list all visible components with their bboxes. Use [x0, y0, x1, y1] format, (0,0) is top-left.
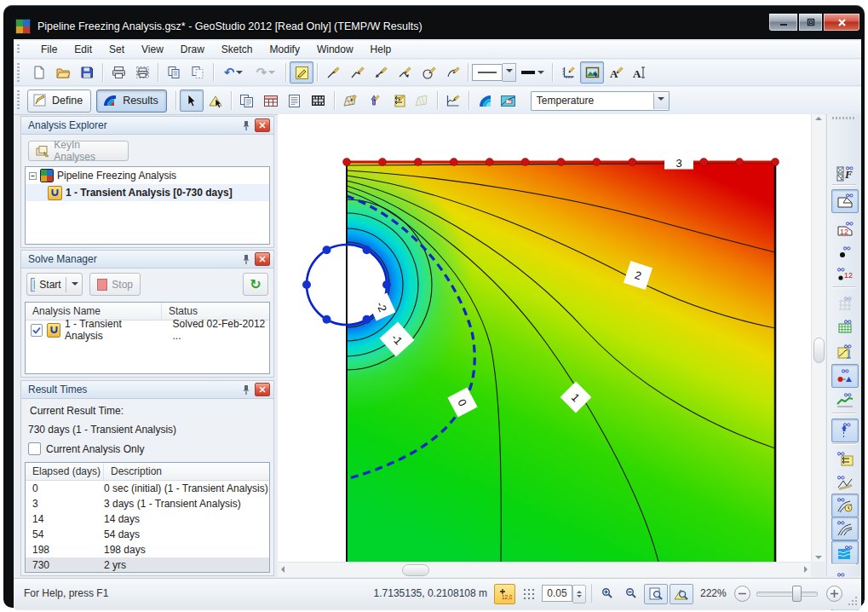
view-node-numbers-button[interactable]: 12	[831, 263, 859, 286]
open-file-button[interactable]	[51, 61, 75, 84]
menu-sketch[interactable]: Sketch	[213, 42, 262, 57]
keyin-analyses-button[interactable]: KeyIn Analyses	[28, 141, 129, 161]
zoom-slider-minus[interactable]	[734, 586, 750, 602]
undo-button[interactable]: ↶	[217, 61, 250, 84]
solve-table-row[interactable]: 1 - Transient Analysis Solved 02-Feb-201…	[26, 320, 269, 339]
result-time-row[interactable]: 198198 days	[26, 542, 269, 557]
line-weight-dropdown[interactable]	[516, 61, 549, 84]
tree-node-root[interactable]: Pipeline Freezing Analysis	[26, 167, 269, 184]
view-regions-button[interactable]	[831, 189, 859, 213]
contour-labels-button[interactable]: -79	[497, 89, 520, 112]
contours-button[interactable]	[473, 89, 497, 112]
scroll-left-arrow[interactable]	[281, 566, 285, 573]
resize-grip[interactable]	[848, 596, 858, 606]
view-mesh-button[interactable]	[831, 292, 859, 315]
zoom-objects-button[interactable]	[670, 584, 693, 604]
view-object-info-button[interactable]: F	[831, 162, 859, 186]
zoom-page-button[interactable]	[644, 584, 668, 604]
view-boundary-conditions-button[interactable]	[831, 364, 859, 388]
toolbar-gripper[interactable]	[17, 44, 20, 55]
result-time-row[interactable]: 33 days (1 - Transient Analysis)	[26, 496, 269, 511]
result-time-row[interactable]: 1414 days	[26, 511, 269, 527]
pin-icon[interactable]	[241, 384, 251, 395]
sketch-arrow-line-button[interactable]	[369, 61, 393, 84]
coordinate-display-toggle[interactable]: 12,0	[494, 584, 515, 604]
close-button[interactable]	[823, 14, 860, 32]
result-time-row-selected[interactable]: 7302 yrs	[26, 557, 269, 573]
tree-node-analysis[interactable]: 1 - Transient Analysis [0-730 days]	[26, 184, 269, 201]
title-bar[interactable]: Pipeline Freezing Analysis.gsz* - GeoStu…	[15, 15, 765, 38]
vertical-scroll-thumb[interactable]	[813, 338, 825, 363]
result-time-row[interactable]: 5454 days	[26, 527, 269, 542]
results-button[interactable]: Results	[96, 89, 167, 113]
toolbar-gripper[interactable]	[17, 63, 20, 82]
copy-table-button[interactable]	[259, 89, 283, 112]
menu-draw[interactable]: Draw	[172, 42, 213, 57]
menu-modify[interactable]: Modify	[262, 42, 308, 57]
zoom-in-button[interactable]	[596, 584, 619, 604]
report-button[interactable]	[283, 89, 307, 112]
view-water-table-button[interactable]	[831, 540, 859, 564]
mesh-button[interactable]	[338, 89, 362, 112]
toolbar-gripper[interactable]	[17, 90, 20, 111]
view-flow-paths-button[interactable]	[831, 517, 859, 540]
format-painter-button[interactable]	[290, 61, 313, 84]
define-button[interactable]: Define	[27, 89, 91, 113]
drawing-canvas[interactable]: 3 2 1 0 -1 -2	[278, 114, 811, 562]
regions-button[interactable]	[410, 89, 434, 112]
horizontal-scrollbar[interactable]	[278, 562, 811, 577]
parameter-dropdown[interactable]: Temperature	[531, 91, 670, 111]
sketch-text-button[interactable]: A	[604, 61, 628, 84]
view-grid-button[interactable]	[831, 315, 859, 338]
scroll-down-arrow[interactable]	[815, 556, 822, 559]
zoom-slider-track[interactable]	[756, 592, 818, 597]
view-materials-button[interactable]	[831, 388, 859, 412]
copy-picture-button[interactable]	[186, 61, 210, 84]
menu-edit[interactable]: Edit	[66, 42, 101, 57]
vertical-scrollbar[interactable]	[811, 114, 825, 562]
sketch-picture-button[interactable]	[580, 61, 604, 84]
select-region-tool-button[interactable]	[204, 89, 227, 112]
current-analysis-only-checkbox[interactable]	[28, 442, 41, 455]
select-tool-button[interactable]	[180, 89, 204, 112]
result-times-table[interactable]: Elapsed (days) Description 00 sec (initi…	[25, 462, 270, 573]
minimize-button[interactable]	[768, 14, 798, 32]
sketch-axes-button[interactable]	[556, 61, 580, 84]
start-dropdown-arrow[interactable]	[72, 282, 78, 289]
zoom-slider-plus[interactable]	[826, 586, 842, 602]
grid-snap-button[interactable]	[518, 584, 539, 604]
graph-button[interactable]	[441, 89, 465, 112]
menu-view[interactable]: View	[133, 42, 172, 57]
solve-manager-header[interactable]: Solve Manager	[21, 251, 273, 268]
sketch-arc-button[interactable]	[440, 61, 464, 84]
result-times-header[interactable]: Result Times	[21, 381, 273, 399]
menu-help[interactable]: Help	[362, 42, 400, 57]
sketch-polyline-button[interactable]	[345, 61, 369, 84]
grid-spacing-spinner[interactable]	[572, 585, 586, 603]
modify-text-button[interactable]: A	[628, 61, 652, 84]
zoom-out-button[interactable]	[620, 584, 643, 604]
animation-button[interactable]	[307, 89, 331, 112]
start-button[interactable]: Start	[26, 273, 83, 296]
analysis-tree[interactable]: Pipeline Freezing Analysis 1 - Transient…	[25, 166, 270, 245]
save-file-button[interactable]	[75, 61, 99, 84]
stop-button[interactable]: Stop	[89, 273, 141, 296]
current-analysis-only-row[interactable]: Current Analysis Only	[28, 442, 144, 455]
view-nodes-button[interactable]	[831, 240, 859, 264]
result-time-row[interactable]: 00 sec (initial) (1 - Transient Analysis…	[26, 481, 269, 496]
parameter-dropdown-arrow[interactable]	[653, 93, 669, 109]
result-times-table-header[interactable]: Elapsed (days) Description	[26, 463, 269, 481]
new-file-button[interactable]	[27, 61, 51, 84]
solve-table[interactable]: Analysis Name Status 1 - Transient Analy…	[25, 302, 270, 374]
view-vectors-button[interactable]	[831, 419, 859, 442]
view-flow-paths-time-button[interactable]	[831, 494, 859, 517]
flux-button[interactable]	[386, 89, 410, 112]
grid-spacing-input[interactable]: 0.05	[542, 585, 572, 602]
sketch-circle-button[interactable]	[417, 61, 440, 84]
vectors-button[interactable]	[362, 89, 386, 112]
close-panel-button[interactable]	[255, 383, 270, 396]
horizontal-scroll-thumb[interactable]	[402, 564, 429, 576]
sketch-multi-line-button[interactable]	[393, 61, 417, 84]
view-region-numbers-button[interactable]: 12	[831, 217, 859, 241]
scroll-up-arrow[interactable]	[815, 117, 822, 120]
